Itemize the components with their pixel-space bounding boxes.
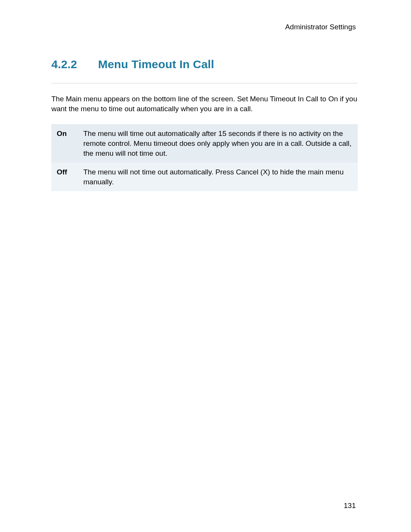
page-number: 131 xyxy=(344,502,356,510)
section-number: 4.2.2 xyxy=(51,58,77,71)
section-heading: 4.2.2 Menu Timeout In Call xyxy=(51,58,358,71)
option-on-label: On xyxy=(51,124,78,163)
table-row: Off The menu will not time out automatic… xyxy=(51,163,358,191)
header-label: Administrator Settings xyxy=(51,23,358,31)
option-on-description: The menu will time out automatically aft… xyxy=(78,124,358,163)
options-table: On The menu will time out automatically … xyxy=(51,124,358,191)
table-row: On The menu will time out automatically … xyxy=(51,124,358,163)
page-container: Administrator Settings 4.2.2 Menu Timeou… xyxy=(0,0,411,532)
intro-paragraph: The Main menu appears on the bottom line… xyxy=(51,94,358,113)
option-off-label: Off xyxy=(51,163,78,191)
divider xyxy=(51,83,358,83)
option-off-description: The menu will not time out automatically… xyxy=(78,163,358,191)
section-title: Menu Timeout In Call xyxy=(98,58,214,71)
